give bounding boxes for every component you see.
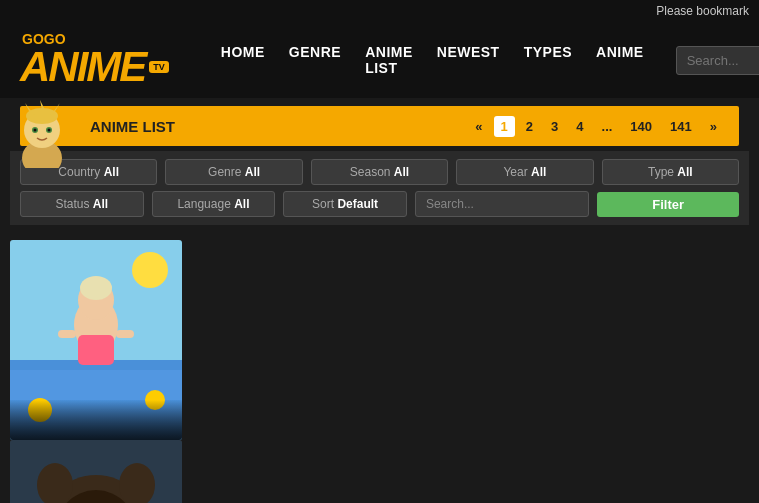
- nav-anime-list[interactable]: ANIME LIST: [363, 39, 415, 81]
- nav-genre[interactable]: GENRE: [287, 39, 343, 81]
- nav-types[interactable]: TYPES: [522, 39, 574, 81]
- svg-point-13: [132, 252, 168, 288]
- filter-genre[interactable]: Genre All: [165, 159, 302, 185]
- filter-sort[interactable]: Sort Default: [283, 191, 407, 217]
- svg-rect-19: [78, 335, 114, 365]
- main-nav: HOME GENRE ANIME LIST NEWEST TYPES ANIME: [219, 39, 646, 81]
- nav-anime[interactable]: ANIME: [594, 39, 646, 81]
- pagination-next[interactable]: »: [703, 116, 724, 137]
- filter-row-1: Country All Genre All Season All Year Al…: [20, 159, 739, 185]
- card-overlay: [10, 400, 182, 440]
- pagination-page-1[interactable]: 1: [494, 116, 515, 137]
- svg-rect-21: [116, 330, 134, 338]
- logo[interactable]: GOGO ANiME TV: [20, 32, 169, 88]
- svg-point-18: [80, 276, 112, 300]
- anime-list-title: ANIME LIST: [90, 118, 175, 135]
- anime-card[interactable]: Gleipnir (Dub): [10, 440, 182, 503]
- anime-thumbnail: Dance In the Vampire Bund: [10, 240, 182, 440]
- pagination-page-2[interactable]: 2: [519, 116, 540, 137]
- logo-anime-text: ANiME: [20, 46, 145, 88]
- anime-grid: Dance In the Vampire Bund: [0, 230, 759, 503]
- anime-list-header: ANIME LIST « 1 2 3 4 ... 140 141 »: [20, 106, 739, 146]
- filter-button[interactable]: Filter: [597, 192, 739, 217]
- logo-tv-badge: TV: [149, 61, 169, 73]
- character-banner: [10, 98, 75, 168]
- top-bar: Please bookmark: [0, 0, 759, 22]
- filter-row-2: Status All Language All Sort Default Fil…: [20, 191, 739, 217]
- pagination-page-141[interactable]: 141: [663, 116, 699, 137]
- filter-year[interactable]: Year All: [456, 159, 593, 185]
- pagination-prev[interactable]: «: [468, 116, 489, 137]
- filter-type[interactable]: Type All: [602, 159, 739, 185]
- filter-season[interactable]: Season All: [311, 159, 448, 185]
- header-search-input[interactable]: [676, 46, 759, 75]
- bookmark-message: Please bookmark: [656, 4, 749, 18]
- anime-thumbnail: [10, 440, 182, 503]
- filter-language[interactable]: Language All: [152, 191, 276, 217]
- svg-rect-20: [58, 330, 76, 338]
- header: GOGO ANiME TV HOME GENRE ANIME LIST NEWE…: [0, 22, 759, 98]
- filter-status[interactable]: Status All: [20, 191, 144, 217]
- svg-point-2: [26, 108, 58, 124]
- nav-home[interactable]: HOME: [219, 39, 267, 81]
- anime-card[interactable]: Dance In the Vampire Bund: [10, 240, 182, 503]
- pagination-page-140[interactable]: 140: [623, 116, 659, 137]
- pagination-page-4[interactable]: 4: [569, 116, 590, 137]
- card-art-2: [10, 440, 182, 503]
- filters-section: Country All Genre All Season All Year Al…: [10, 151, 749, 225]
- svg-point-9: [48, 129, 51, 132]
- filter-search-input[interactable]: [415, 191, 589, 217]
- pagination-page-3[interactable]: 3: [544, 116, 565, 137]
- character-avatar-icon: [10, 98, 75, 168]
- anime-list-section: ANIME LIST « 1 2 3 4 ... 140 141 »: [10, 106, 749, 146]
- pagination-ellipsis: ...: [595, 116, 620, 137]
- nav-newest[interactable]: NEWEST: [435, 39, 502, 81]
- header-search-area: [676, 46, 759, 75]
- pagination: « 1 2 3 4 ... 140 141 »: [468, 116, 724, 137]
- svg-point-8: [34, 129, 37, 132]
